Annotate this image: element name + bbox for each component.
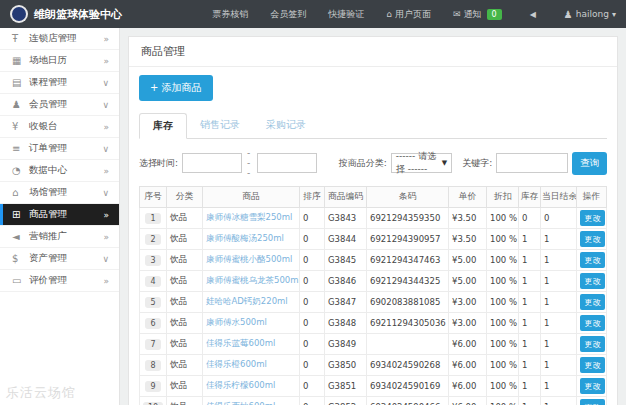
category-cell: 饮品 bbox=[167, 271, 203, 292]
chevron-icon: » bbox=[103, 210, 109, 220]
sort-cell: 0 bbox=[300, 208, 325, 229]
product-link[interactable]: 康师傅冰糖雪梨250ml bbox=[206, 212, 292, 222]
row-number-cell: 3 bbox=[140, 250, 167, 271]
sidebar-item-label: 资产管理 bbox=[29, 252, 67, 265]
tab-purchase-records[interactable]: 采购记录 bbox=[253, 113, 319, 139]
chevron-icon: ∨ bbox=[102, 144, 109, 154]
product-cell: 佳得乐西柚600ml bbox=[203, 397, 300, 405]
product-cell: 佳得乐柠檬600ml bbox=[203, 376, 300, 397]
sidebar-item[interactable]: Ŧ连锁店管理» bbox=[0, 28, 119, 50]
edit-button[interactable]: 更改 bbox=[580, 336, 605, 352]
nav-item[interactable]: ⌂用户页面 bbox=[386, 8, 431, 21]
product-link[interactable]: 佳得乐橙600ml bbox=[206, 359, 267, 369]
cashier-icon: ¥ bbox=[12, 121, 29, 132]
edit-button[interactable]: 更改 bbox=[580, 315, 605, 331]
product-link[interactable]: 康师傅蜜桃乌龙茶500ml bbox=[206, 275, 300, 285]
product-link[interactable]: 娃哈哈AD钙奶220ml bbox=[206, 296, 288, 306]
keyword-filter-label: 关键字: bbox=[462, 157, 492, 170]
actions-cell: 更改入库下架 bbox=[577, 250, 607, 271]
sidebar-item[interactable]: ▦场地日历» bbox=[0, 50, 119, 72]
row-number-cell: 7 bbox=[140, 334, 167, 355]
add-product-button[interactable]: + 添加商品 bbox=[139, 75, 213, 101]
edit-button[interactable]: 更改 bbox=[580, 210, 605, 226]
product-cell: 佳得乐蓝莓600ml bbox=[203, 334, 300, 355]
stock-in-button[interactable]: 入库 bbox=[606, 378, 607, 394]
row-number-cell: 10 bbox=[140, 397, 167, 405]
chevron-icon: » bbox=[103, 122, 109, 132]
stock-in-button[interactable]: 入库 bbox=[606, 315, 607, 331]
product-link[interactable]: 康师傅酸梅汤250ml bbox=[206, 233, 284, 243]
column-header: 折扣 bbox=[487, 187, 519, 208]
sidebar-item[interactable]: ⊞商品管理» bbox=[0, 204, 119, 226]
speaker-icon[interactable] bbox=[530, 9, 536, 19]
edit-button[interactable]: 更改 bbox=[580, 378, 605, 394]
stock-in-button[interactable]: 入库 bbox=[606, 357, 607, 373]
stock-in-button[interactable]: 入库 bbox=[606, 252, 607, 268]
sidebar-item[interactable]: ≡订单管理∨ bbox=[0, 138, 119, 160]
column-header: 操作 bbox=[577, 187, 607, 208]
edit-button[interactable]: 更改 bbox=[580, 399, 605, 405]
stock-in-button[interactable]: 入库 bbox=[606, 336, 607, 352]
nav-item[interactable]: ✉通知0 bbox=[453, 8, 502, 21]
comments-icon: ▭ bbox=[12, 275, 29, 286]
sidebar-item[interactable]: ⌂场馆管理∨ bbox=[0, 182, 119, 204]
category-cell: 饮品 bbox=[167, 397, 203, 405]
category-select[interactable]: ------ 请选择 ------ ▼ bbox=[391, 153, 452, 173]
product-code-cell: G3851 bbox=[325, 376, 367, 397]
tab-sales-records[interactable]: 销售记录 bbox=[187, 113, 253, 139]
stock-cell: 1 bbox=[519, 334, 541, 355]
product-link[interactable]: 康师傅蜜桃小酪500ml bbox=[206, 254, 292, 264]
chevron-icon: » bbox=[103, 166, 109, 176]
price-cell: ¥6.00 bbox=[449, 376, 487, 397]
sidebar-item[interactable]: ¥收银台» bbox=[0, 116, 119, 138]
product-link[interactable]: 佳得乐柠檬600ml bbox=[206, 380, 275, 390]
table-row: 2饮品康师傅酸梅汤250ml0G38446921294390957¥3.5010… bbox=[140, 229, 607, 250]
edit-button[interactable]: 更改 bbox=[580, 357, 605, 373]
sidebar-item[interactable]: ◔数据中心» bbox=[0, 160, 119, 182]
category-cell: 饮品 bbox=[167, 208, 203, 229]
nav-item[interactable]: 快捷验证 bbox=[328, 8, 364, 21]
main-content: 商品管理 + 添加商品 库存 销售记录 采购记录 选择时间: --- 按商品分类… bbox=[120, 28, 626, 405]
tab-inventory[interactable]: 库存 bbox=[139, 113, 187, 139]
date-end-input[interactable] bbox=[257, 153, 317, 173]
nav-item[interactable]: 票券核销 bbox=[212, 8, 248, 21]
date-start-input[interactable] bbox=[182, 153, 242, 173]
search-button[interactable]: 查询 bbox=[572, 152, 607, 175]
calendar-icon: ▦ bbox=[12, 55, 29, 66]
sidebar-item[interactable]: ▭评价管理» bbox=[0, 270, 119, 292]
edit-button[interactable]: 更改 bbox=[580, 273, 605, 289]
keyword-input[interactable] bbox=[496, 153, 568, 173]
sidebar-item[interactable]: $资产管理∨ bbox=[0, 248, 119, 270]
product-link[interactable]: 佳得乐西柚600ml bbox=[206, 401, 275, 405]
sidebar-item-label: 课程管理 bbox=[29, 76, 67, 89]
product-code-cell: G3852 bbox=[325, 397, 367, 405]
product-code-cell: G3847 bbox=[325, 292, 367, 313]
stock-in-button[interactable]: 入库 bbox=[606, 210, 607, 226]
stock-in-button[interactable]: 入库 bbox=[606, 231, 607, 247]
sidebar-item-label: 收银台 bbox=[29, 120, 58, 133]
price-cell: ¥3.50 bbox=[449, 229, 487, 250]
members-icon: ♟ bbox=[12, 99, 29, 110]
sort-cell: 0 bbox=[300, 271, 325, 292]
sidebar-item[interactable]: ◄营销推广» bbox=[0, 226, 119, 248]
price-cell: ¥6.00 bbox=[449, 355, 487, 376]
stock-in-button[interactable]: 入库 bbox=[606, 399, 607, 405]
nav-item[interactable]: 会员签到 bbox=[270, 8, 306, 21]
stock-cell: 1 bbox=[519, 397, 541, 405]
edit-button[interactable]: 更改 bbox=[580, 252, 605, 268]
edit-button[interactable]: 更改 bbox=[580, 294, 605, 310]
product-link[interactable]: 康师傅水500ml bbox=[206, 317, 267, 327]
edit-button[interactable]: 更改 bbox=[580, 231, 605, 247]
user-menu[interactable]: hailong bbox=[564, 9, 616, 20]
price-cell: ¥3.00 bbox=[449, 313, 487, 334]
sidebar-item[interactable]: ♟会员管理∨ bbox=[0, 94, 119, 116]
stock-in-button[interactable]: 入库 bbox=[606, 294, 607, 310]
stock-in-button[interactable]: 入库 bbox=[606, 273, 607, 289]
product-link[interactable]: 佳得乐蓝莓600ml bbox=[206, 338, 275, 348]
product-cell: 康师傅水500ml bbox=[203, 313, 300, 334]
actions-cell: 更改入库下架 bbox=[577, 229, 607, 250]
sidebar-item[interactable]: ▤课程管理∨ bbox=[0, 72, 119, 94]
balance-cell: 1 bbox=[541, 229, 577, 250]
sort-cell: 0 bbox=[300, 250, 325, 271]
chevron-icon: ∨ bbox=[102, 188, 109, 198]
